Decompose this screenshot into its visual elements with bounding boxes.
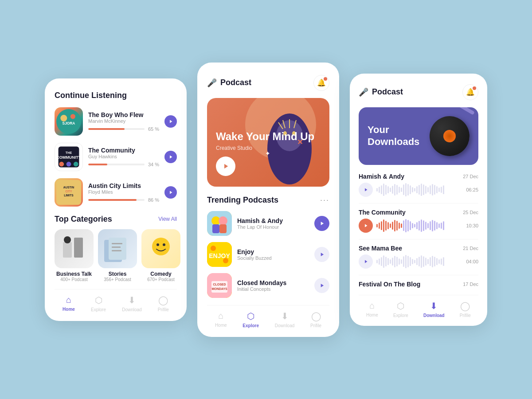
hero-subtitle: Creative Studio (216, 145, 314, 151)
svg-rect-20 (112, 243, 122, 244)
bottom-nav-1: ⌂ Home ⬡ Explore ⬇ Download ◯ Prifile (55, 289, 177, 314)
play-button-2[interactable] (164, 151, 177, 163)
nav-home-2[interactable]: ⌂ Home (215, 311, 227, 328)
nav-home-1[interactable]: ⌂ Home (63, 295, 75, 312)
play-button-ha[interactable] (314, 216, 329, 231)
cat-name-business: Business Talk (56, 271, 92, 277)
play-button-1[interactable] (164, 115, 177, 128)
home-icon-2: ⌂ (218, 311, 223, 321)
top-categories-header: Top Categories View All (55, 215, 177, 224)
download-row-1: Hamish & Andy 27 Dec 06:25 (359, 173, 478, 197)
podcast-title-3: Podcast (372, 87, 403, 97)
svg-text:AUSTIN: AUSTIN (63, 185, 74, 188)
home-icon: ⌂ (66, 295, 71, 305)
nav-profile-1[interactable]: ◯ Prifile (158, 295, 169, 312)
track-date-dl-4: 17 Dec (463, 282, 478, 287)
more-button[interactable]: ··· (320, 196, 329, 205)
svg-rect-40 (219, 224, 227, 233)
download-icon-3: ⬇ (430, 301, 438, 311)
waveform-row-2: 10:30 (359, 219, 478, 233)
nav-download-3[interactable]: ⬇ Download (423, 301, 445, 318)
nav-home-3[interactable]: ⌂ Home (366, 301, 378, 317)
listen-info-2: The Community Guy Hawkins 34 % (88, 147, 159, 167)
play-button-3[interactable] (164, 186, 177, 199)
downloads-banner: Your Downloads (359, 107, 478, 165)
pod-sub-ha: The Lap Of Honour (237, 224, 309, 230)
pod-info-cm: Closed Mondays Initial Concepts (237, 279, 309, 292)
nav-download-1[interactable]: ⬇ Download (122, 295, 141, 312)
svg-point-10 (74, 161, 78, 166)
explore-icon-3: ⬡ (397, 301, 404, 311)
play-button-enjoy[interactable] (314, 247, 329, 262)
track-name-1: The Boy Who Flew (88, 111, 159, 118)
nav-profile-2[interactable]: ◯ Prifile (310, 311, 321, 328)
nav-label-home-1: Home (63, 307, 75, 312)
nav-explore-3[interactable]: ⬡ Explore (393, 301, 408, 318)
play-button-cm[interactable] (314, 278, 329, 293)
profile-icon-2: ◯ (311, 311, 321, 321)
thumb-austin: AUSTIN CITY LIMITS (55, 178, 83, 207)
view-all-button[interactable]: View All (158, 216, 177, 222)
notification-button-3[interactable]: 🔔 (462, 84, 478, 100)
nav-label-explore-3: Explore (393, 313, 408, 318)
download-header-row-1: Hamish & Andy 27 Dec (359, 173, 478, 180)
nav-label-profile-1: Prifile (158, 307, 169, 312)
cat-count-stories: 356+ Podcast (104, 277, 131, 282)
divider-2 (359, 239, 478, 239)
svg-text:ENJOY: ENJOY (209, 252, 230, 259)
nav-explore-1[interactable]: ⬡ Explore (91, 295, 106, 312)
cat-name-stories: Stories (109, 271, 127, 277)
wave-play-btn-1[interactable] (359, 183, 373, 197)
svg-point-44 (223, 258, 228, 263)
category-item-comedy[interactable]: Comedy 670+ Podcast (141, 229, 180, 282)
thumb-community: THE COMMUNITY (55, 143, 83, 171)
vinyl-center (443, 130, 456, 142)
nav-download-2[interactable]: ⬇ Download (275, 311, 294, 328)
nav-profile-3[interactable]: ◯ Prifile (460, 301, 471, 318)
nav-explore-2[interactable]: ⬡ Explore (243, 311, 259, 328)
pod-info-ha: Hamish & Andy The Lap Of Honour (237, 217, 309, 230)
hero-play-button[interactable] (216, 156, 235, 176)
download-icon-2: ⬇ (281, 311, 289, 321)
track-date-dl-1: 27 Dec (463, 174, 478, 179)
nav-label-download-1: Download (122, 307, 141, 312)
progress-pct-1: 65 % (148, 126, 159, 132)
progress-fill-3 (88, 199, 137, 201)
wave-time-3: 04:00 (466, 259, 478, 264)
track-name-dl-3: See Mama Bee (359, 245, 402, 252)
svg-rect-19 (109, 238, 126, 260)
svg-rect-39 (212, 224, 219, 233)
vinyl-record (430, 116, 469, 156)
bottom-nav-2: ⌂ Home ⬡ Explore ⬇ Download ◯ Prifile (207, 305, 329, 330)
divider-1 (359, 203, 478, 203)
cat-thumb-stories (98, 229, 137, 268)
list-item: AUSTIN CITY LIMITS Austin City Limits Fl… (55, 178, 177, 207)
thumb-label: AUSTIN CITY LIMITS (55, 178, 83, 207)
notification-button-2[interactable]: 🔔 (313, 75, 329, 91)
track-name-dl-2: The Community (359, 209, 406, 216)
svg-point-1 (60, 115, 67, 121)
mic-icon-2: 🎤 (207, 78, 217, 88)
nav-label-explore-2: Explore (243, 323, 259, 328)
category-item-business[interactable]: Business Talk 400+ Podcast (55, 229, 94, 282)
svg-text:CLOSED: CLOSED (213, 283, 226, 286)
cat-thumb-business (55, 229, 94, 268)
listen-info-3: Austin City Limits Floyd Miles 86 % (88, 182, 159, 203)
wave-play-btn-3[interactable] (359, 254, 373, 269)
svg-text:MONDAYS: MONDAYS (211, 287, 227, 290)
podcast-header-3: 🎤 Podcast 🔔 (359, 84, 478, 100)
podcast-header-left-2: 🎤 Podcast (207, 78, 251, 88)
list-item: SJORA The Boy Who Flew Marvin McKinney 6… (55, 107, 177, 136)
listen-info-1: The Boy Who Flew Marvin McKinney 65 % (88, 111, 159, 132)
track-date-dl-3: 21 Dec (463, 246, 478, 251)
thumb-label: THE COMMUNITY (55, 143, 82, 171)
wave-play-btn-2[interactable] (359, 219, 373, 233)
category-item-stories[interactable]: Stories 356+ Podcast (98, 229, 137, 282)
screen-continue-listening: Continue Listening SJORA The Boy Who Fle… (45, 78, 187, 321)
download-row-3: See Mama Bee 21 Dec 04:00 (359, 245, 478, 269)
profile-icon: ◯ (158, 295, 168, 305)
progress-bar-1 (88, 128, 145, 130)
nav-label-download-2: Download (275, 323, 294, 328)
list-item: ENJOY Enjoy Socially Buzzed (207, 242, 329, 267)
track-name-2: The Community (88, 147, 159, 154)
